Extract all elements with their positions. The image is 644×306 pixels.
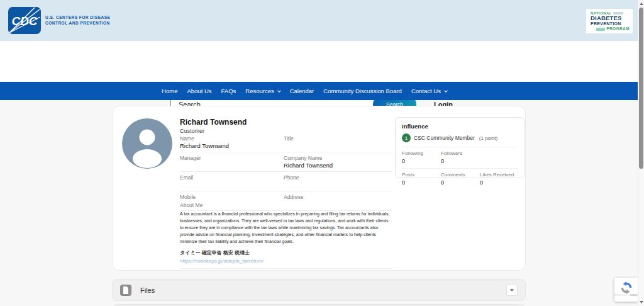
field-value-phone bbox=[284, 181, 392, 189]
field-label-phone: Phone bbox=[284, 174, 392, 181]
profile-card: Richard Townsend Customer NameRichard To… bbox=[112, 106, 526, 271]
files-section-header[interactable]: Files bbox=[112, 279, 526, 301]
influence-stats-row1: Following0 Followers0 bbox=[402, 147, 518, 169]
ndpp-program: PROGRAM bbox=[606, 26, 630, 31]
stat-value-following: 0 bbox=[402, 158, 441, 164]
field-value-title bbox=[284, 142, 392, 150]
stat-label-likes-received: Likes Received bbox=[480, 172, 519, 178]
chevron-down-icon bbox=[444, 89, 448, 93]
about-me-section: About Me A tax accountant is a financial… bbox=[180, 202, 392, 269]
rank-badge-icon: 1 bbox=[402, 133, 411, 142]
field-value-company-name: Richard Townsend bbox=[284, 162, 392, 169]
vertical-scrollbar[interactable] bbox=[638, 0, 644, 306]
about-me-link[interactable]: https://nodokaya.jp/sidejob_taxreturn/ bbox=[180, 258, 392, 264]
field-label-address: Address bbox=[284, 194, 392, 200]
nav-item-about-us[interactable]: About Us bbox=[187, 88, 211, 94]
ndpp-program-logo[interactable]: NATIONAL DIABETES PREVENTION PROGRAM bbox=[586, 9, 633, 33]
ndpp-prevention: PREVENTION bbox=[591, 21, 630, 26]
nav-item-resources[interactable]: Resources bbox=[245, 88, 280, 94]
field-row-name-title: NameRichard Townsend Title bbox=[180, 133, 392, 152]
files-section-title: Files bbox=[140, 286, 155, 294]
agency-name-line2: CONTROL AND PREVENTION bbox=[45, 21, 110, 26]
avatar bbox=[122, 118, 172, 169]
profile-name: Richard Townsend bbox=[180, 118, 247, 127]
chevron-down-icon bbox=[510, 289, 514, 292]
influence-badge-row: 1 CSC Community Member (1 point) bbox=[402, 133, 518, 147]
influence-panel: Influence 1 CSC Community Member (1 poin… bbox=[395, 117, 525, 178]
stat-label-following: Following bbox=[402, 150, 441, 157]
nav-item-contact-us[interactable]: Contact Us bbox=[411, 88, 447, 94]
stat-value-likes-received: 0 bbox=[480, 179, 519, 186]
cdc-logo-text: CDC bbox=[11, 14, 37, 28]
stat-label-followers: Followers bbox=[441, 150, 480, 157]
influence-badge-label: CSC Community Member bbox=[414, 135, 475, 141]
about-me-label: About Me bbox=[180, 202, 392, 208]
field-label-company-name: Company Name bbox=[284, 155, 392, 161]
about-me-tagline: タイミー 確定申告 格安 税理士 bbox=[180, 249, 392, 256]
stat-label-posts: Posts bbox=[402, 172, 441, 178]
ndpp-decorative-block-bottom bbox=[596, 28, 605, 31]
agency-name: U.S. CENTERS FOR DISEASE CONTROL AND PRE… bbox=[45, 15, 110, 26]
search-band: Search Login bbox=[0, 41, 644, 82]
recaptcha-badge[interactable]: プライバシー・利用規約 bbox=[614, 278, 638, 302]
main-nav: Home About Us FAQs Resources Calendar Co… bbox=[0, 82, 644, 100]
ndpp-diabetes: DIABETES bbox=[591, 15, 630, 21]
field-label-manager: Manager bbox=[180, 155, 284, 161]
profile-header: Richard Townsend Customer bbox=[180, 118, 247, 134]
site-banner: CDC U.S. CENTERS FOR DISEASE CONTROL AND… bbox=[0, 0, 644, 41]
person-icon bbox=[122, 118, 172, 169]
field-label-mobile: Mobile bbox=[180, 194, 284, 200]
field-value-name: Richard Townsend bbox=[180, 142, 284, 150]
profile-fields: NameRichard Townsend Title Manager Compa… bbox=[180, 133, 392, 211]
cdc-logo[interactable]: CDC bbox=[8, 7, 41, 34]
scrollbar-up-arrow-icon[interactable] bbox=[640, 3, 643, 5]
influence-stats-row2: Posts0 Comments0 Likes Received0 bbox=[402, 169, 518, 190]
scrollbar-down-arrow-icon[interactable] bbox=[640, 301, 643, 303]
recaptcha-caption: プライバシー・利用規約 bbox=[614, 294, 639, 296]
divider bbox=[180, 268, 392, 269]
recaptcha-icon bbox=[620, 281, 633, 294]
chevron-down-icon bbox=[277, 89, 281, 93]
scrollbar-thumb[interactable] bbox=[639, 8, 643, 169]
field-row-manager-company: Manager Company NameRichard Townsend bbox=[180, 152, 392, 172]
influence-title: Influence bbox=[402, 123, 518, 130]
field-value-manager bbox=[180, 162, 284, 169]
influence-badge-points: (1 point) bbox=[479, 135, 497, 141]
files-expand-button[interactable] bbox=[506, 285, 518, 296]
stat-value-posts: 0 bbox=[402, 179, 441, 186]
field-label-name: Name bbox=[180, 135, 284, 142]
nav-item-home[interactable]: Home bbox=[162, 88, 177, 94]
agency-name-line1: U.S. CENTERS FOR DISEASE bbox=[45, 15, 110, 21]
about-me-text: A tax accountant is a financial professi… bbox=[180, 210, 392, 245]
field-label-email: Email bbox=[180, 174, 284, 181]
file-icon bbox=[120, 285, 131, 296]
field-label-title: Title bbox=[284, 135, 392, 142]
stat-label-comments: Comments bbox=[441, 172, 480, 178]
field-row-email-phone: Email Phone bbox=[180, 172, 392, 191]
stat-value-comments: 0 bbox=[441, 179, 480, 186]
nav-item-calendar[interactable]: Calendar bbox=[290, 88, 314, 94]
stat-value-followers: 0 bbox=[441, 158, 480, 164]
nav-item-community-discussion-board[interactable]: Community Discussion Board bbox=[323, 88, 402, 94]
nav-item-faqs[interactable]: FAQs bbox=[221, 88, 236, 94]
field-value-email bbox=[180, 181, 284, 189]
